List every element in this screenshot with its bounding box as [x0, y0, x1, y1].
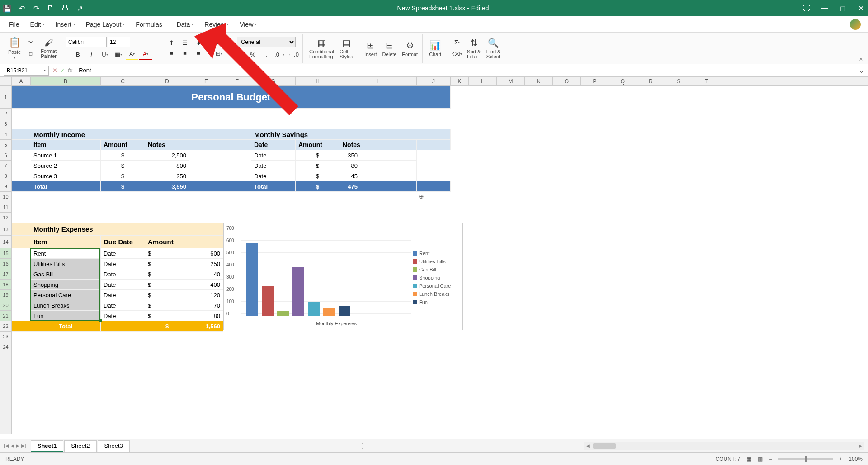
cell-B19[interactable]: Personal Care: [31, 290, 101, 300]
col-header-O[interactable]: O: [553, 77, 581, 85]
share-icon[interactable]: ↗: [76, 5, 83, 12]
cell-C6[interactable]: $: [101, 150, 145, 161]
cell-B16[interactable]: Utilities Bills: [31, 259, 101, 269]
row-header-19[interactable]: 19: [0, 290, 11, 300]
row-header-12[interactable]: 12: [0, 213, 11, 223]
cell-D21[interactable]: $: [145, 311, 189, 321]
col-header-H[interactable]: H: [296, 77, 340, 85]
col-header-J[interactable]: J: [417, 77, 451, 85]
fill-handle[interactable]: [99, 319, 102, 322]
row-header-3[interactable]: 3: [0, 119, 11, 129]
row-header-20[interactable]: 20: [0, 300, 11, 311]
cell-B9[interactable]: Total: [31, 181, 101, 192]
add-sheet-button[interactable]: +: [131, 442, 144, 450]
cell-E22[interactable]: 1,560: [189, 321, 223, 332]
cell-D8[interactable]: 250: [145, 171, 189, 181]
font-size-select[interactable]: [108, 37, 130, 47]
cell-styles-button[interactable]: ▤Cell Styles: [338, 38, 355, 59]
col-header-E[interactable]: E: [189, 77, 223, 85]
insert-button[interactable]: ⊞Insert: [363, 40, 379, 57]
view-normal-icon[interactable]: ▦: [746, 456, 751, 462]
cell-B20[interactable]: Lunch Breaks: [31, 300, 101, 311]
menu-edit[interactable]: Edit ▾: [25, 16, 50, 32]
wrap-text-icon[interactable]: ↩: [212, 38, 225, 48]
align-right-icon[interactable]: ≡: [192, 48, 205, 59]
col-header-G[interactable]: G: [251, 77, 296, 85]
horizontal-scrollbar[interactable]: ◀ ▶: [584, 442, 864, 450]
cell-D15[interactable]: $: [145, 248, 189, 259]
row-header-14[interactable]: 14: [0, 236, 11, 248]
cell-A1[interactable]: Personal Budget: [12, 86, 451, 109]
align-middle-icon[interactable]: ☰: [179, 38, 191, 48]
cell-C19[interactable]: Date: [101, 290, 145, 300]
row-header-4[interactable]: 4: [0, 129, 11, 140]
cell-G6[interactable]: Date: [251, 150, 296, 161]
cell-D22[interactable]: $: [145, 321, 189, 332]
comma-icon[interactable]: ,: [260, 49, 273, 60]
new-icon[interactable]: 🗋: [47, 5, 54, 12]
menu-file[interactable]: File: [4, 16, 25, 32]
col-header-R[interactable]: R: [637, 77, 665, 85]
row-header-18[interactable]: 18: [0, 280, 11, 290]
cell-B17[interactable]: Gas Bill: [31, 269, 101, 280]
cell-B8[interactable]: Source 3: [31, 171, 101, 181]
maximize-icon[interactable]: ◻: [839, 5, 846, 12]
tab-first-icon[interactable]: |◀: [4, 443, 9, 449]
row-header-23[interactable]: 23: [0, 332, 11, 342]
cell-C7[interactable]: $: [101, 161, 145, 171]
cell-I7[interactable]: 80: [340, 161, 417, 171]
col-header-B[interactable]: B: [31, 77, 101, 85]
cell-D17[interactable]: $: [145, 269, 189, 280]
save-icon[interactable]: 💾: [4, 5, 11, 12]
format-painter-button[interactable]: 🖌 Format Painter: [39, 38, 58, 59]
cell-B21[interactable]: Fun: [31, 311, 101, 321]
select-all-corner[interactable]: [0, 77, 12, 85]
font-color-icon[interactable]: A▾: [139, 49, 152, 60]
cell-C9[interactable]: $: [101, 181, 145, 192]
zoom-out-icon[interactable]: −: [769, 456, 772, 462]
expenses-chart[interactable]: 0100200300400500600700Monthly ExpensesRe…: [223, 223, 463, 330]
[interactable]: ⌫▾: [451, 49, 463, 60]
paste-button[interactable]: 📋 Paste▾: [6, 37, 23, 60]
zoom-in-icon[interactable]: +: [839, 456, 842, 462]
find-select-button[interactable]: 🔍Find & Select: [485, 38, 503, 59]
autosum-icon[interactable]: Σ▾: [451, 37, 463, 48]
row-header-10[interactable]: 10: [0, 192, 11, 202]
cell-B6[interactable]: Source 1: [31, 150, 101, 161]
increase-font-icon[interactable]: +: [145, 37, 157, 47]
redo-icon[interactable]: ↷: [33, 5, 40, 12]
cut-icon[interactable]: ✂: [24, 37, 37, 48]
cell-C21[interactable]: Date: [101, 311, 145, 321]
font-select[interactable]: [66, 37, 107, 47]
expand-formula-icon[interactable]: ⌄: [855, 66, 868, 75]
align-bottom-icon[interactable]: ⬇: [192, 38, 205, 48]
cell-I6[interactable]: 350: [340, 150, 417, 161]
cell-H9[interactable]: $: [296, 181, 340, 192]
decrease-font-icon[interactable]: −: [131, 37, 144, 47]
menu-formulas[interactable]: Formulas ▾: [130, 16, 171, 32]
cell-C20[interactable]: Date: [101, 300, 145, 311]
cell-C18[interactable]: Date: [101, 280, 145, 290]
delete-button[interactable]: ⊟Delete: [381, 40, 399, 57]
percent-icon[interactable]: %: [246, 49, 259, 60]
cell-E20[interactable]: 70: [189, 300, 223, 311]
col-header-N[interactable]: N: [525, 77, 553, 85]
undo-icon[interactable]: ↶: [18, 5, 25, 12]
underline-icon[interactable]: U▾: [99, 49, 111, 60]
col-header-I[interactable]: I: [340, 77, 417, 85]
increase-decimal-icon[interactable]: .0→: [274, 49, 286, 60]
cell-E19[interactable]: 120: [189, 290, 223, 300]
col-header-A[interactable]: A: [12, 77, 31, 85]
cell-E18[interactable]: 400: [189, 280, 223, 290]
menu-page-layout[interactable]: Page Layout ▾: [80, 16, 131, 32]
cell-D7[interactable]: 800: [145, 161, 189, 171]
cancel-formula-icon[interactable]: ✕: [52, 67, 57, 74]
row-header-22[interactable]: 22: [0, 321, 11, 332]
row-header-11[interactable]: 11: [0, 202, 11, 213]
cell-B22[interactable]: Total: [31, 321, 101, 332]
cell-C15[interactable]: Date: [101, 248, 145, 259]
col-header-C[interactable]: C: [101, 77, 145, 85]
row-header-5[interactable]: 5: [0, 140, 11, 150]
cell-D20[interactable]: $: [145, 300, 189, 311]
cell-D6[interactable]: 2,500: [145, 150, 189, 161]
